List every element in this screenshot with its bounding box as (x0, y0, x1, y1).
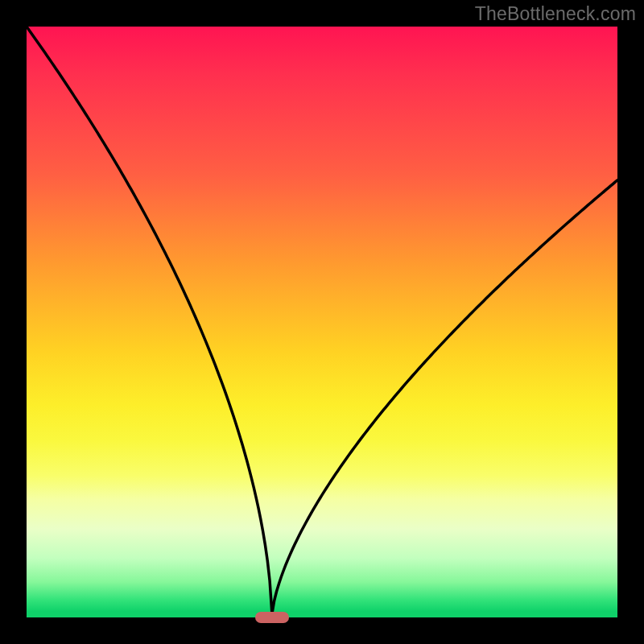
watermark-text: TheBottleneck.com (475, 3, 636, 25)
bottleneck-curve-path (27, 27, 617, 614)
chart-frame: TheBottleneck.com (0, 0, 644, 644)
bottleneck-marker (255, 612, 289, 623)
plot-area (27, 27, 617, 617)
curve-svg (27, 27, 617, 617)
